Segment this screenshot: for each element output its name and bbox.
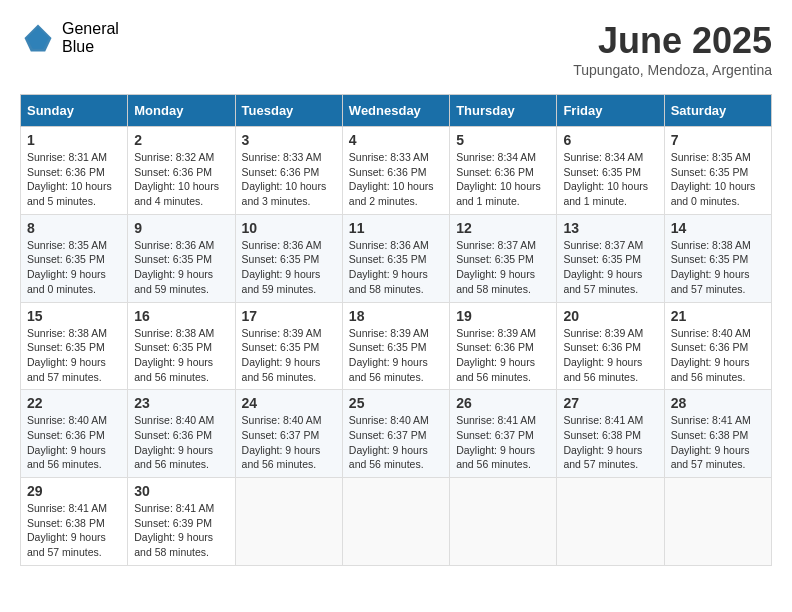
calendar-table: SundayMondayTuesdayWednesdayThursdayFrid…: [20, 94, 772, 566]
day-info: Sunrise: 8:40 AMSunset: 6:37 PMDaylight:…: [242, 413, 336, 472]
location-subtitle: Tupungato, Mendoza, Argentina: [573, 62, 772, 78]
day-number: 13: [563, 220, 657, 236]
calendar-cell: 10Sunrise: 8:36 AMSunset: 6:35 PMDayligh…: [235, 214, 342, 302]
day-number: 7: [671, 132, 765, 148]
day-info: Sunrise: 8:41 AMSunset: 6:39 PMDaylight:…: [134, 501, 228, 560]
calendar-cell: 13Sunrise: 8:37 AMSunset: 6:35 PMDayligh…: [557, 214, 664, 302]
day-number: 11: [349, 220, 443, 236]
day-number: 4: [349, 132, 443, 148]
day-info: Sunrise: 8:38 AMSunset: 6:35 PMDaylight:…: [27, 326, 121, 385]
calendar-cell: [450, 478, 557, 566]
calendar-cell: 30Sunrise: 8:41 AMSunset: 6:39 PMDayligh…: [128, 478, 235, 566]
day-info: Sunrise: 8:36 AMSunset: 6:35 PMDaylight:…: [349, 238, 443, 297]
day-number: 10: [242, 220, 336, 236]
calendar-cell: 21Sunrise: 8:40 AMSunset: 6:36 PMDayligh…: [664, 302, 771, 390]
calendar-week-row: 29Sunrise: 8:41 AMSunset: 6:38 PMDayligh…: [21, 478, 772, 566]
day-number: 28: [671, 395, 765, 411]
calendar-cell: [664, 478, 771, 566]
day-number: 8: [27, 220, 121, 236]
day-info: Sunrise: 8:40 AMSunset: 6:36 PMDaylight:…: [27, 413, 121, 472]
calendar-cell: 17Sunrise: 8:39 AMSunset: 6:35 PMDayligh…: [235, 302, 342, 390]
calendar-cell: 7Sunrise: 8:35 AMSunset: 6:35 PMDaylight…: [664, 127, 771, 215]
day-info: Sunrise: 8:38 AMSunset: 6:35 PMDaylight:…: [671, 238, 765, 297]
day-info: Sunrise: 8:35 AMSunset: 6:35 PMDaylight:…: [27, 238, 121, 297]
day-number: 26: [456, 395, 550, 411]
day-info: Sunrise: 8:40 AMSunset: 6:37 PMDaylight:…: [349, 413, 443, 472]
day-number: 21: [671, 308, 765, 324]
calendar-cell: 24Sunrise: 8:40 AMSunset: 6:37 PMDayligh…: [235, 390, 342, 478]
calendar-cell: 22Sunrise: 8:40 AMSunset: 6:36 PMDayligh…: [21, 390, 128, 478]
day-number: 23: [134, 395, 228, 411]
calendar-cell: 16Sunrise: 8:38 AMSunset: 6:35 PMDayligh…: [128, 302, 235, 390]
day-info: Sunrise: 8:37 AMSunset: 6:35 PMDaylight:…: [563, 238, 657, 297]
calendar-cell: 26Sunrise: 8:41 AMSunset: 6:37 PMDayligh…: [450, 390, 557, 478]
day-info: Sunrise: 8:41 AMSunset: 6:38 PMDaylight:…: [27, 501, 121, 560]
calendar-cell: 9Sunrise: 8:36 AMSunset: 6:35 PMDaylight…: [128, 214, 235, 302]
day-info: Sunrise: 8:41 AMSunset: 6:38 PMDaylight:…: [671, 413, 765, 472]
calendar-cell: 3Sunrise: 8:33 AMSunset: 6:36 PMDaylight…: [235, 127, 342, 215]
day-number: 30: [134, 483, 228, 499]
day-number: 14: [671, 220, 765, 236]
day-info: Sunrise: 8:36 AMSunset: 6:35 PMDaylight:…: [242, 238, 336, 297]
day-info: Sunrise: 8:38 AMSunset: 6:35 PMDaylight:…: [134, 326, 228, 385]
calendar-cell: 27Sunrise: 8:41 AMSunset: 6:38 PMDayligh…: [557, 390, 664, 478]
calendar-week-row: 15Sunrise: 8:38 AMSunset: 6:35 PMDayligh…: [21, 302, 772, 390]
day-number: 24: [242, 395, 336, 411]
calendar-cell: [342, 478, 449, 566]
day-info: Sunrise: 8:39 AMSunset: 6:36 PMDaylight:…: [456, 326, 550, 385]
title-block: June 2025 Tupungato, Mendoza, Argentina: [573, 20, 772, 78]
calendar-cell: 5Sunrise: 8:34 AMSunset: 6:36 PMDaylight…: [450, 127, 557, 215]
calendar-cell: 2Sunrise: 8:32 AMSunset: 6:36 PMDaylight…: [128, 127, 235, 215]
calendar-cell: 14Sunrise: 8:38 AMSunset: 6:35 PMDayligh…: [664, 214, 771, 302]
logo-text: General Blue: [62, 20, 119, 55]
calendar-cell: 25Sunrise: 8:40 AMSunset: 6:37 PMDayligh…: [342, 390, 449, 478]
logo: General Blue: [20, 20, 119, 56]
day-number: 29: [27, 483, 121, 499]
logo-general: General: [62, 20, 119, 38]
calendar-cell: 19Sunrise: 8:39 AMSunset: 6:36 PMDayligh…: [450, 302, 557, 390]
calendar-week-row: 1Sunrise: 8:31 AMSunset: 6:36 PMDaylight…: [21, 127, 772, 215]
day-number: 22: [27, 395, 121, 411]
calendar-cell: 29Sunrise: 8:41 AMSunset: 6:38 PMDayligh…: [21, 478, 128, 566]
calendar-cell: 23Sunrise: 8:40 AMSunset: 6:36 PMDayligh…: [128, 390, 235, 478]
day-info: Sunrise: 8:40 AMSunset: 6:36 PMDaylight:…: [671, 326, 765, 385]
day-number: 6: [563, 132, 657, 148]
day-info: Sunrise: 8:33 AMSunset: 6:36 PMDaylight:…: [349, 150, 443, 209]
day-info: Sunrise: 8:39 AMSunset: 6:35 PMDaylight:…: [349, 326, 443, 385]
weekday-header-row: SundayMondayTuesdayWednesdayThursdayFrid…: [21, 95, 772, 127]
day-info: Sunrise: 8:41 AMSunset: 6:37 PMDaylight:…: [456, 413, 550, 472]
day-number: 15: [27, 308, 121, 324]
day-number: 9: [134, 220, 228, 236]
calendar-cell: [557, 478, 664, 566]
day-info: Sunrise: 8:35 AMSunset: 6:35 PMDaylight:…: [671, 150, 765, 209]
calendar-cell: 20Sunrise: 8:39 AMSunset: 6:36 PMDayligh…: [557, 302, 664, 390]
day-info: Sunrise: 8:37 AMSunset: 6:35 PMDaylight:…: [456, 238, 550, 297]
day-info: Sunrise: 8:36 AMSunset: 6:35 PMDaylight:…: [134, 238, 228, 297]
day-number: 19: [456, 308, 550, 324]
calendar-cell: 12Sunrise: 8:37 AMSunset: 6:35 PMDayligh…: [450, 214, 557, 302]
weekday-header: Monday: [128, 95, 235, 127]
calendar-week-row: 22Sunrise: 8:40 AMSunset: 6:36 PMDayligh…: [21, 390, 772, 478]
day-number: 3: [242, 132, 336, 148]
calendar-cell: 11Sunrise: 8:36 AMSunset: 6:35 PMDayligh…: [342, 214, 449, 302]
weekday-header: Thursday: [450, 95, 557, 127]
day-number: 18: [349, 308, 443, 324]
day-info: Sunrise: 8:34 AMSunset: 6:35 PMDaylight:…: [563, 150, 657, 209]
weekday-header: Friday: [557, 95, 664, 127]
day-info: Sunrise: 8:40 AMSunset: 6:36 PMDaylight:…: [134, 413, 228, 472]
calendar-cell: [235, 478, 342, 566]
weekday-header: Wednesday: [342, 95, 449, 127]
day-number: 5: [456, 132, 550, 148]
day-number: 16: [134, 308, 228, 324]
day-info: Sunrise: 8:39 AMSunset: 6:35 PMDaylight:…: [242, 326, 336, 385]
page-header: General Blue June 2025 Tupungato, Mendoz…: [20, 20, 772, 78]
weekday-header: Saturday: [664, 95, 771, 127]
day-info: Sunrise: 8:41 AMSunset: 6:38 PMDaylight:…: [563, 413, 657, 472]
calendar-cell: 8Sunrise: 8:35 AMSunset: 6:35 PMDaylight…: [21, 214, 128, 302]
day-number: 1: [27, 132, 121, 148]
day-info: Sunrise: 8:39 AMSunset: 6:36 PMDaylight:…: [563, 326, 657, 385]
day-number: 27: [563, 395, 657, 411]
day-info: Sunrise: 8:31 AMSunset: 6:36 PMDaylight:…: [27, 150, 121, 209]
day-number: 25: [349, 395, 443, 411]
calendar-week-row: 8Sunrise: 8:35 AMSunset: 6:35 PMDaylight…: [21, 214, 772, 302]
